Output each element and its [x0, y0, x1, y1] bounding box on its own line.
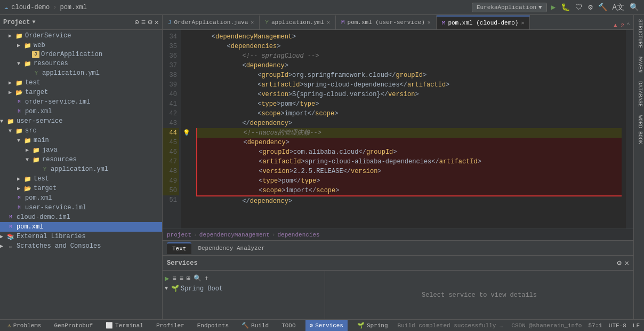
services-group-icon[interactable]: 🔍 — [194, 274, 202, 282]
sidebar-item-web[interactable]: ▶ 📁 web — [0, 41, 162, 50]
debug-button[interactable]: 🐛 — [560, 2, 571, 13]
services-springboot-item[interactable]: ▼ 🌱 Spring Boot — [163, 284, 325, 293]
tab-app-yml[interactable]: Y application.yml ✕ — [260, 15, 336, 29]
encoding-indicator[interactable]: UTF-8 — [609, 322, 626, 329]
sidebar-item-clouddemo-iml[interactable]: M cloud-demo.iml — [0, 212, 162, 222]
bulb-icon[interactable]: 💡 — [183, 128, 190, 138]
endpoints-tab[interactable]: Endpoints — [194, 320, 232, 332]
tree-arrow — [0, 215, 6, 220]
services-add-icon[interactable]: + — [205, 275, 208, 282]
breadcrumb-project[interactable]: project — [167, 232, 191, 238]
sidebar-item-extlibs[interactable]: ▶ 📚 External Libraries — [0, 232, 162, 241]
coverage-button[interactable]: 🛡 — [574, 2, 584, 13]
structure-label[interactable]: STRUCTURE — [634, 15, 644, 52]
sidebar-item-userservice[interactable]: ▼ 📁 user-service — [0, 116, 162, 126]
sidebar-item-java[interactable]: ▶ 📁 java — [0, 145, 162, 155]
code-content[interactable]: <dependencyManagement> <dependencies> <!… — [192, 30, 626, 228]
sidebar-item-resources2[interactable]: ▼ 📁 resources — [0, 155, 162, 164]
sidebar-item-target[interactable]: ▶ 📂 target — [0, 88, 162, 97]
code-line-41: <type>pom</type> — [196, 99, 622, 109]
run-config-selector[interactable]: EurekaApplication ▼ — [472, 3, 547, 12]
sidebar-item-src[interactable]: ▼ 📁 src — [0, 126, 162, 136]
line-num-35: 35 — [163, 42, 179, 51]
tab-dependency-analyzer[interactable]: Dependency Analyzer — [192, 243, 270, 254]
tab-close-icon[interactable]: ✕ — [428, 19, 431, 26]
maven-label[interactable]: MAVEN — [634, 52, 644, 77]
xml-tab-icon: M — [442, 20, 446, 26]
terminal-tab[interactable]: ⬜ Terminal — [102, 320, 147, 332]
xml-icon: M — [15, 194, 23, 202]
sidebar-item-orderapplication[interactable]: J OrderApplication — [0, 50, 162, 59]
sidebar-item-test2[interactable]: ▶ 📁 test — [0, 174, 162, 184]
sidebar-item-pom-user[interactable]: M pom.xml — [0, 193, 162, 203]
services-menu-icon1[interactable]: ≡ — [172, 275, 176, 282]
build-tab[interactable]: 🔨 Build — [238, 320, 272, 332]
tab-pom-cloud[interactable]: M pom.xml (cloud-demo) ✕ — [437, 15, 530, 29]
breadcrumb-depmanagement[interactable]: dependencyManagement — [199, 232, 270, 238]
tab-close-icon[interactable]: ✕ — [327, 19, 330, 26]
services-close-icon[interactable]: ✕ — [625, 258, 629, 267]
tree-label: user-service.iml — [25, 204, 86, 211]
todo-tab[interactable]: TODO — [278, 320, 299, 332]
problems-tab[interactable]: ⚠ Problems — [4, 320, 44, 332]
sidebar-item-pom-cloud[interactable]: M pom.xml — [0, 222, 162, 232]
sidebar-item-orderservice-iml[interactable]: M order-service.iml — [0, 97, 162, 107]
libs-icon: 📚 — [6, 232, 15, 241]
tree-arrow: ▼ — [17, 61, 23, 67]
tree-label: order-service.iml — [25, 98, 90, 106]
sidebar-item-resources[interactable]: ▼ 📁 resources — [0, 59, 162, 68]
spring-tab[interactable]: 🌱 Spring — [354, 320, 391, 332]
tree-arrow — [26, 70, 32, 76]
run-button[interactable]: ▶ — [550, 2, 557, 13]
services-left: ▶ ≡ ≡ ⊞ 🔍 + ▼ 🌱 Spring Boot — [163, 271, 325, 319]
tab-pom-user[interactable]: M pom.xml (user-service) ✕ — [336, 15, 437, 29]
close-icon[interactable]: ✕ — [155, 18, 159, 27]
title-file: pom.xml — [60, 4, 86, 11]
expand-icon[interactable]: ⌃ — [626, 21, 630, 29]
tab-order-app[interactable]: J OrderApplication.java ✕ — [163, 15, 260, 29]
tree-label: pom.xml — [17, 223, 43, 231]
sidebar-item-test[interactable]: ▶ 📁 test — [0, 78, 162, 88]
spring-icon: 🌱 — [357, 322, 365, 329]
breadcrumb-dependencies[interactable]: dependencies — [277, 232, 319, 238]
database-label[interactable]: DATABASE — [634, 77, 644, 111]
search-button[interactable]: 🔍 — [629, 2, 640, 13]
gear-icon[interactable]: ⚙ — [148, 18, 152, 27]
gradle-button[interactable]: 🔨 — [597, 2, 608, 13]
tree-label: resources — [34, 60, 68, 67]
tab-text[interactable]: Text — [167, 242, 191, 254]
sidebar-item-target2[interactable]: ▶ 📂 target — [0, 184, 162, 193]
locate-icon[interactable]: ⊙ — [134, 18, 139, 27]
yml-icon: Y — [41, 165, 49, 174]
translate-button[interactable]: A文 — [611, 2, 625, 13]
collapse-icon[interactable]: ≡ — [141, 18, 146, 27]
tree-arrow: ▶ — [17, 176, 23, 182]
sidebar-item-appyml2[interactable]: Y application.yml — [0, 164, 162, 174]
sidebar-item-orderservice[interactable]: ▶ 📁 OrderService — [0, 31, 162, 41]
sidebar-item-main[interactable]: ▼ 📁 main — [0, 136, 162, 145]
tree-arrow: ▼ — [26, 157, 32, 163]
line-num-51: 51 — [163, 195, 179, 205]
line-ending-indicator[interactable]: LF — [633, 322, 640, 329]
sidebar-item-userservice-iml[interactable]: M user-service.iml — [0, 203, 162, 212]
tab-label: OrderApplication.java — [174, 19, 248, 26]
tab-close-icon[interactable]: ✕ — [521, 20, 524, 26]
genprotobuf-tab[interactable]: GenProtobuf — [51, 320, 96, 332]
services-tab[interactable]: ⚙ Services — [305, 320, 348, 332]
services-settings-icon[interactable]: ⚙ — [617, 258, 621, 267]
sidebar-dropdown[interactable]: ▼ — [32, 19, 35, 25]
status-bar: ⚠ Problems GenProtobuf ⬜ Terminal Profil… — [0, 319, 644, 331]
position-indicator[interactable]: 57:1 — [588, 322, 602, 329]
tab-close-icon[interactable]: ✕ — [251, 19, 254, 26]
services-filter-icon[interactable]: ⊞ — [187, 274, 190, 282]
sidebar-item-pom-order[interactable]: M pom.xml — [0, 107, 162, 116]
sidebar-item-scratches[interactable]: ▶ ✏ Scratches and Consoles — [0, 241, 162, 251]
play-icon[interactable]: ▶ — [165, 274, 169, 283]
tree-arrow: ▶ — [26, 147, 32, 153]
more-run-button[interactable]: ⚙ — [587, 2, 593, 13]
profiler-tab[interactable]: Profiler — [153, 320, 188, 332]
services-menu-icon2[interactable]: ≡ — [180, 275, 183, 282]
iml-icon: M — [15, 98, 23, 106]
sidebar-item-appyml[interactable]: Y application.yml — [0, 68, 162, 78]
wordbook-label[interactable]: WORD BOOK — [634, 111, 644, 148]
